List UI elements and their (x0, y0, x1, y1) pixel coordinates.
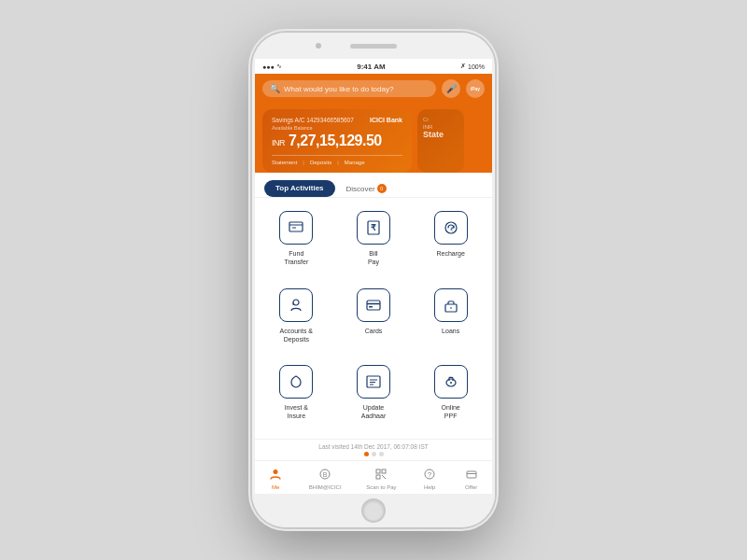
mic-button[interactable]: 🎤 (442, 79, 460, 98)
svg-text:?: ? (428, 470, 432, 479)
svg-point-7 (293, 300, 299, 305)
nav-bhim[interactable]: B BHIM@ICICI (309, 466, 342, 490)
dot-3 (379, 452, 384, 456)
pay-label: iPay (471, 86, 480, 91)
cards-label: Cards (365, 327, 383, 335)
main-content: Top Activities Discover 0 (255, 173, 492, 494)
bottom-navigation: Me B BHIM@ICICI (255, 460, 492, 494)
recharge-item[interactable]: ₹ Recharge (413, 203, 488, 279)
nav-offer[interactable]: Offer (463, 466, 480, 490)
bill-pay-item[interactable]: ₹ BillPay (336, 203, 412, 279)
me-icon (267, 466, 284, 483)
signal-icon: ●●● (262, 63, 275, 70)
deposits-button[interactable]: Deposits (310, 160, 337, 165)
manage-button[interactable]: Manage (345, 160, 371, 165)
activity-grid: FundTransfer ₹ BillPay (255, 198, 492, 439)
svg-rect-0 (289, 222, 303, 231)
home-button[interactable] (361, 498, 386, 523)
bhim-label: BHIM@ICICI (309, 484, 342, 490)
tab-discover[interactable]: Discover 0 (339, 180, 394, 197)
fund-transfer-label: FundTransfer (284, 249, 308, 266)
svg-rect-11 (369, 306, 373, 308)
update-aadhaar-icon (357, 365, 390, 399)
online-ppf-icon (434, 365, 468, 399)
currency-label: INR (272, 138, 285, 147)
nav-me[interactable]: Me (267, 466, 284, 490)
online-ppf-item[interactable]: OnlinePPF (413, 357, 488, 433)
nav-scan-to-pay[interactable]: Scan to Pay (366, 466, 396, 490)
phone-frame: ●●● ∿ 9:41 AM ✗ 100% 🔍 What would you li… (252, 33, 495, 527)
mic-icon: 🎤 (446, 84, 457, 93)
offer-label: Offer (465, 484, 477, 490)
status-left: ●●● ∿ (262, 63, 282, 70)
help-icon: ? (421, 466, 438, 483)
accounts-deposits-icon (279, 288, 313, 322)
invest-insure-label: Invest &Insure (285, 403, 308, 420)
update-aadhaar-label: UpdateAadhaar (361, 403, 386, 420)
cards-icon (357, 288, 390, 322)
cards-item[interactable]: Cards (336, 281, 412, 357)
ipay-button[interactable]: iPay (466, 79, 485, 98)
update-aadhaar-item[interactable]: UpdateAadhaar (336, 357, 412, 433)
nav-help[interactable]: ? Help (421, 466, 438, 490)
earpiece (350, 44, 397, 49)
fund-transfer-icon (279, 211, 313, 245)
phone-bottom (252, 494, 495, 527)
savings-card[interactable]: Savings A/C 14293466585607 ICICI Bank Av… (262, 109, 412, 173)
invest-insure-item[interactable]: Invest &Insure (259, 357, 334, 433)
bill-pay-icon: ₹ (357, 211, 390, 245)
svg-rect-25 (376, 475, 380, 479)
accounts-deposits-item[interactable]: Accounts &Deposits (259, 281, 334, 357)
discover-badge: 0 (377, 184, 387, 193)
help-label: Help (424, 484, 435, 490)
accounts-deposits-label: Accounts &Deposits (280, 327, 313, 343)
loans-item[interactable]: Loans (413, 281, 488, 357)
status-right: ✗ 100% (460, 63, 485, 70)
offer-icon (463, 466, 480, 483)
fund-transfer-item[interactable]: FundTransfer (259, 203, 334, 279)
bhim-icon: B (317, 466, 333, 483)
battery-indicator: 100% (468, 63, 485, 70)
icici-logo: ICICI Bank (370, 117, 402, 123)
tabs-bar: Top Activities Discover 0 (255, 173, 492, 198)
page-indicator (259, 452, 488, 456)
search-icon: 🔍 (270, 84, 280, 93)
recharge-label: Recharge (436, 249, 464, 258)
online-ppf-label: OnlinePPF (442, 403, 460, 420)
partial-inr-label: INR (423, 124, 458, 130)
svg-point-19 (450, 382, 452, 384)
scan-to-pay-label: Scan to Pay (366, 484, 396, 490)
front-camera (316, 43, 321, 49)
tab-top-activities[interactable]: Top Activities (264, 180, 335, 197)
dot-1 (364, 452, 369, 456)
status-time: 9:41 AM (357, 63, 385, 71)
search-input-area[interactable]: 🔍 What would you like to do today? (262, 80, 436, 97)
balance-amount: INR 7,27,15,129.50 (272, 133, 402, 149)
partial-state-label: State (423, 130, 458, 139)
search-bar[interactable]: 🔍 What would you like to do today? 🎤 iPa… (255, 74, 492, 104)
me-label: Me (272, 484, 279, 490)
loans-label: Loans (442, 327, 459, 335)
svg-text:B: B (323, 471, 328, 478)
svg-rect-29 (467, 471, 476, 478)
balance-label: Available Balance (272, 125, 402, 131)
svg-text:₹: ₹ (449, 227, 452, 232)
partial-card-type: Cr (423, 117, 458, 122)
wifi-icon: ∿ (276, 63, 282, 70)
phone-screen: ●●● ∿ 9:41 AM ✗ 100% 🔍 What would you li… (255, 59, 492, 494)
bluetooth-icon: ✗ (460, 63, 466, 70)
account-type: Savings A/C 14293466585607 (272, 117, 354, 123)
cards-carousel: Savings A/C 14293466585607 ICICI Bank Av… (255, 104, 492, 173)
credit-card-partial[interactable]: Cr INR State (417, 109, 464, 173)
dot-2 (372, 452, 376, 456)
card-actions: Statement | Deposits | Manage (272, 155, 402, 165)
phone-top (252, 33, 495, 59)
recharge-icon: ₹ (434, 211, 468, 245)
loans-icon (434, 288, 468, 322)
invest-insure-icon (279, 365, 313, 399)
svg-text:₹: ₹ (371, 223, 376, 232)
scan-icon (373, 466, 389, 483)
statement-button[interactable]: Statement (272, 160, 303, 165)
status-bar: ●●● ∿ 9:41 AM ✗ 100% (255, 59, 492, 74)
svg-rect-23 (376, 469, 380, 473)
